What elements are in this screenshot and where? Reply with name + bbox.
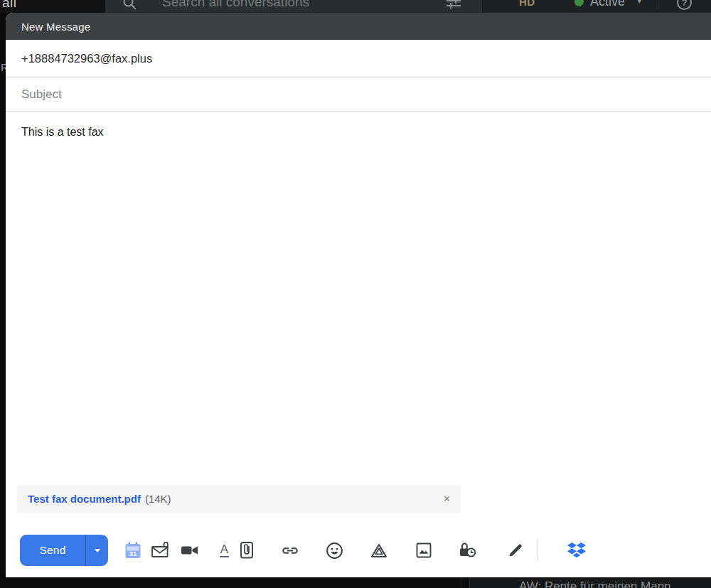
send-options-button[interactable]: [86, 535, 108, 566]
app-logo-fragment: ail: [2, 0, 17, 11]
subject-input[interactable]: [21, 87, 642, 102]
background-email-subject: AW: Rente für meinen Mann: [519, 579, 671, 588]
attach-file-icon[interactable]: [237, 541, 256, 560]
background-left-strip: R: [0, 13, 6, 577]
signature-pen-icon[interactable]: [506, 541, 525, 560]
google-drive-icon[interactable]: [369, 541, 388, 560]
recipients-field[interactable]: +18884732963@fax.plus: [6, 40, 711, 78]
chevron-down-icon: [95, 549, 100, 552]
attachment-size: (14K): [145, 493, 171, 505]
attachment-name-link[interactable]: Test fax document.pdf: [28, 493, 141, 505]
screen: ail Search all conversations HD Active ▾…: [0, 0, 711, 588]
bottombar-divider: [469, 577, 470, 588]
compose-toolbar: Send 31: [6, 533, 711, 570]
search-placeholder: Search all conversations: [162, 0, 309, 10]
text-formatting-icon[interactable]: A: [215, 541, 234, 560]
compose-header[interactable]: New Message: [6, 13, 711, 40]
confidential-mode-icon[interactable]: [458, 541, 477, 560]
message-body[interactable]: This is a test fax: [6, 112, 711, 325]
remove-attachment-button[interactable]: ×: [444, 493, 450, 505]
mail-envelope-pen-icon[interactable]: [151, 541, 171, 560]
compose-window: New Message +18884732963@fax.plus This i…: [6, 13, 711, 577]
background-bottombar: AW: Rente für meinen Mann: [0, 577, 711, 588]
presence-status: Active: [590, 0, 625, 9]
send-button[interactable]: Send: [20, 535, 85, 566]
attachment-chip[interactable]: Test fax document.pdf (14K) ×: [17, 485, 461, 513]
insert-photo-icon[interactable]: [414, 541, 433, 560]
background-text-fragment: R: [1, 61, 6, 73]
insert-link-icon[interactable]: [280, 541, 299, 560]
bottombar-divider: [461, 577, 461, 588]
video-camera-icon[interactable]: [180, 541, 199, 560]
svg-text:31: 31: [129, 549, 137, 557]
recipient-address: +18884732963@fax.plus: [21, 52, 152, 65]
dropbox-icon[interactable]: [567, 541, 586, 560]
emoji-icon[interactable]: [325, 541, 344, 560]
search-icon: [122, 0, 137, 13]
presence-dot-icon: [574, 0, 584, 6]
compose-title: New Message: [21, 21, 90, 33]
filter-tune-icon[interactable]: [445, 0, 462, 11]
background-topbar: ail Search all conversations HD Active ▾…: [0, 0, 711, 13]
calendar-icon[interactable]: 31: [123, 541, 142, 560]
chevron-down-icon: ▾: [637, 0, 642, 6]
hd-badge[interactable]: HD: [519, 0, 535, 8]
subject-field[interactable]: [6, 78, 711, 112]
topbar-divider: [658, 0, 658, 10]
send-split-button[interactable]: Send: [20, 535, 108, 566]
help-icon[interactable]: ?: [677, 0, 692, 10]
toolbar-divider: [538, 539, 538, 561]
